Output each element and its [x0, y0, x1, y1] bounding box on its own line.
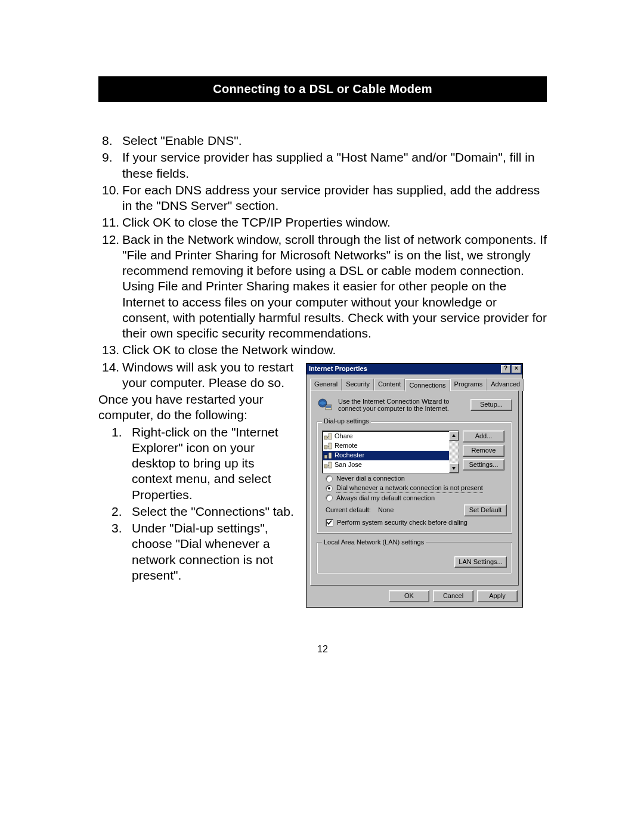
- setup-button[interactable]: Setup...: [470, 399, 512, 411]
- radio-always-dial[interactable]: Always dial my default connection: [326, 494, 507, 503]
- page-number: 12: [98, 643, 547, 655]
- step-text: Back in the Network window, scroll throu…: [122, 232, 547, 342]
- step-num: 10.: [98, 182, 122, 214]
- svg-rect-4: [329, 433, 332, 439]
- connection-icon: [324, 451, 332, 460]
- step-num: 8.: [98, 133, 122, 148]
- step-text: Right-click on the "Internet Explorer" i…: [132, 425, 295, 503]
- list-item-label: Remote: [335, 442, 358, 450]
- step-text: For each DNS address your service provid…: [122, 182, 547, 214]
- svg-marker-15: [452, 434, 456, 437]
- cancel-button[interactable]: Cancel: [433, 590, 473, 602]
- connection-icon: [324, 432, 332, 441]
- wizard-text: Use the Internet Connection Wizard to co…: [338, 398, 466, 413]
- current-default-value: None: [378, 506, 459, 515]
- dialog-button-row: OK Cancel Apply: [306, 590, 522, 607]
- list-item[interactable]: San Jose: [323, 460, 459, 470]
- radio-dial-whenever[interactable]: Dial whenever a network connection is no…: [326, 484, 507, 493]
- list-item[interactable]: Ohare: [323, 432, 459, 441]
- tab-content[interactable]: Content: [374, 379, 405, 392]
- step-text: Select "Enable DNS".: [122, 133, 547, 148]
- steps-list-a: 8.Select "Enable DNS". 9.If your service…: [98, 133, 547, 358]
- lan-legend: Local Area Network (LAN) settings: [322, 538, 426, 547]
- step-num: 1.: [98, 425, 132, 503]
- step-text: Click OK to close the Network window.: [122, 342, 547, 358]
- svg-marker-16: [452, 467, 456, 470]
- radio-icon: [326, 494, 333, 501]
- connections-listbox[interactable]: Ohare Remote Rochester: [322, 431, 459, 473]
- tab-programs[interactable]: Programs: [450, 379, 487, 392]
- list-item[interactable]: Remote: [323, 441, 459, 451]
- radio-icon: [326, 475, 333, 482]
- list-item-label: Rochester: [335, 451, 364, 460]
- step-text: Click OK to close the TCP/IP Properties …: [122, 215, 547, 230]
- svg-rect-7: [329, 443, 332, 449]
- step-num: 13.: [98, 342, 122, 358]
- dialog-titlebar[interactable]: Internet Properties ? ×: [306, 364, 522, 374]
- step-num: 11.: [98, 215, 122, 230]
- scroll-down-icon[interactable]: [449, 463, 459, 473]
- svg-rect-10: [329, 453, 332, 459]
- settings-button[interactable]: Settings...: [463, 459, 504, 471]
- radio-icon: [326, 485, 333, 492]
- listbox-scrollbar[interactable]: [449, 431, 459, 473]
- step-text: Select the "Connections" tab.: [132, 504, 295, 519]
- perform-security-check[interactable]: Perform system security check before dia…: [326, 519, 507, 527]
- steps-list-b: 1.Right-click on the "Internet Explorer"…: [98, 425, 295, 584]
- left-text-column: 14.Windows will ask you to restart your …: [98, 360, 295, 585]
- globe-wizard-icon: [317, 397, 333, 413]
- list-item-label: San Jose: [335, 461, 362, 469]
- radio-label: Always dial my default connection: [336, 494, 435, 503]
- step-num: 14.: [98, 360, 122, 391]
- add-button[interactable]: Add...: [463, 431, 504, 442]
- step-num: 12.: [98, 232, 122, 342]
- checkbox-icon: [326, 519, 333, 527]
- svg-rect-6: [324, 445, 327, 449]
- radio-label: Never dial a connection: [336, 475, 405, 483]
- set-default-button[interactable]: Set Default: [464, 504, 507, 516]
- tab-advanced[interactable]: Advanced: [487, 379, 524, 392]
- after-restart-text: Once you have restarted your computer, d…: [98, 392, 295, 423]
- connection-icon: [324, 461, 332, 469]
- tab-connections[interactable]: Connections: [405, 379, 450, 392]
- svg-line-5: [327, 436, 329, 438]
- tab-general[interactable]: General: [310, 379, 342, 392]
- dialup-settings-group: Dial-up settings Ohare Remote: [317, 417, 512, 534]
- svg-rect-9: [324, 455, 327, 459]
- svg-rect-2: [326, 405, 331, 408]
- ok-button[interactable]: OK: [389, 590, 429, 602]
- step-num: 2.: [98, 504, 132, 519]
- tab-security[interactable]: Security: [342, 379, 374, 392]
- svg-rect-13: [329, 462, 332, 468]
- dialup-legend: Dial-up settings: [322, 417, 371, 426]
- page-content: 8.Select "Enable DNS". 9.If your service…: [98, 133, 547, 655]
- list-item-label: Ohare: [335, 432, 353, 441]
- step-num: 3.: [98, 521, 132, 583]
- radio-never-dial[interactable]: Never dial a connection: [326, 475, 507, 483]
- svg-rect-3: [324, 436, 327, 439]
- step-text: Windows will ask you to restart your com…: [122, 360, 295, 391]
- tab-panel-connections: Use the Internet Connection Wizard to co…: [310, 391, 519, 586]
- checkbox-label: Perform system security check before dia…: [337, 519, 467, 527]
- remove-button[interactable]: Remove: [463, 445, 504, 457]
- scroll-up-icon[interactable]: [449, 431, 459, 441]
- apply-button[interactable]: Apply: [477, 590, 518, 602]
- internet-properties-dialog: Internet Properties ? × General Security…: [306, 363, 523, 608]
- help-button[interactable]: ?: [501, 365, 510, 373]
- connection-icon: [324, 442, 332, 450]
- list-item[interactable]: Rochester: [323, 451, 459, 460]
- lan-settings-button[interactable]: LAN Settings...: [454, 556, 507, 568]
- close-button[interactable]: ×: [512, 365, 521, 373]
- step-text: Under "Dial-up settings", choose "Dial w…: [132, 521, 295, 583]
- svg-line-14: [327, 465, 329, 466]
- svg-line-8: [327, 446, 329, 447]
- step-num: 9.: [98, 150, 122, 181]
- tab-strip: General Security Content Connections Pro…: [306, 374, 522, 391]
- radio-label: Dial whenever a network connection is no…: [336, 484, 483, 493]
- svg-line-11: [327, 456, 329, 457]
- step-text: If your service provider has supplied a …: [122, 150, 547, 181]
- svg-rect-12: [324, 465, 327, 468]
- current-default-label: Current default:: [326, 506, 373, 515]
- page-header: Connecting to a DSL or Cable Modem: [98, 76, 547, 102]
- scroll-track[interactable]: [449, 441, 459, 463]
